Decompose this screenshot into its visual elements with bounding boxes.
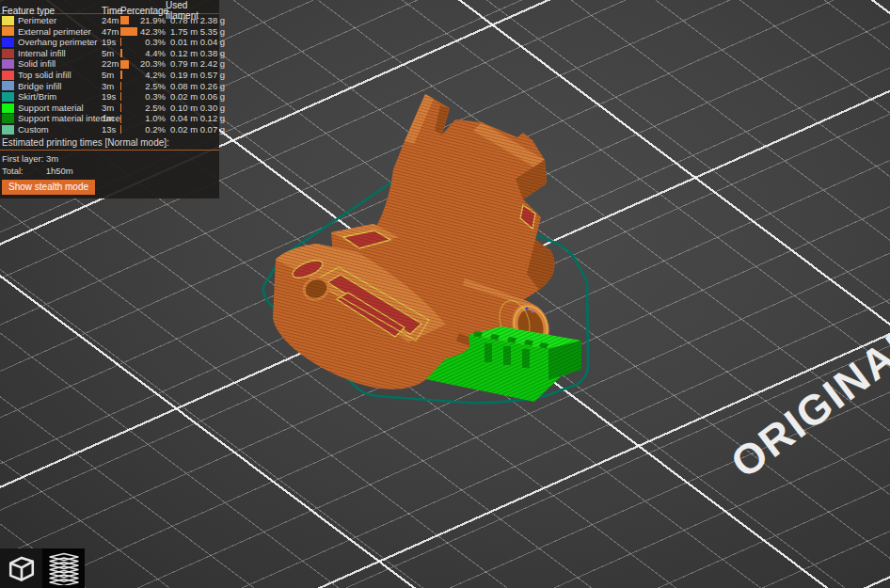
feature-color-swatch bbox=[2, 49, 14, 58]
legend-row: Support material interface 1m 1.0% 0.04 … bbox=[0, 113, 219, 124]
legend-row: Custom 13s 0.2% 0.02 m 0.07 g bbox=[0, 124, 219, 135]
view-layers-button[interactable] bbox=[42, 548, 85, 588]
legend-divider bbox=[0, 150, 219, 151]
total-time: Total:1h50m bbox=[0, 165, 219, 177]
estimated-times-title: Estimated printing times [Normal mode]: bbox=[0, 135, 219, 149]
feature-color-swatch bbox=[2, 59, 14, 69]
percentage-bar bbox=[120, 49, 122, 57]
feature-color-swatch bbox=[2, 26, 14, 36]
percentage-bar bbox=[120, 103, 121, 112]
legend-row: Internal infill 5m 4.4% 0.12 m 0.38 g bbox=[0, 48, 219, 59]
legend-row: Bridge infill 3m 2.5% 0.08 m 0.26 g bbox=[0, 81, 219, 92]
gcode-preview-viewport[interactable]: ORIGINAL Feature type Time Percentage Us… bbox=[0, 0, 890, 588]
percentage-bar bbox=[120, 16, 129, 24]
percentage-bar bbox=[120, 60, 129, 69]
legend-row: Perimeter 24m 21.9% 0.78 m 2.38 g bbox=[0, 15, 219, 26]
feature-color-swatch bbox=[2, 92, 14, 102]
percentage-bar bbox=[120, 71, 122, 79]
feature-color-swatch bbox=[2, 103, 14, 113]
first-layer-time: First layer: 3m bbox=[0, 152, 219, 165]
feature-color-swatch bbox=[2, 81, 14, 90]
feature-color-swatch bbox=[2, 125, 14, 135]
feature-color-swatch bbox=[2, 38, 14, 47]
legend-row: Support material 3m 2.5% 0.10 m 0.30 g bbox=[0, 103, 219, 114]
feature-color-swatch bbox=[2, 114, 14, 123]
legend-row: Skirt/Brim 19s 0.3% 0.02 m 0.06 g bbox=[0, 91, 219, 103]
legend-panel: Feature type Time Percentage Used filame… bbox=[0, 0, 219, 199]
legend-row: Top solid infill 5m 4.2% 0.19 m 0.57 g bbox=[0, 70, 219, 81]
legend-row: Solid infill 22m 20.3% 0.79 m 2.42 g bbox=[0, 58, 219, 70]
show-stealth-mode-button[interactable]: Show stealth mode bbox=[2, 180, 95, 195]
legend-row: Overhang perimeter 19s 0.3% 0.01 m 0.04 … bbox=[0, 37, 219, 48]
feature-color-swatch bbox=[2, 71, 14, 80]
percentage-bar bbox=[120, 82, 121, 90]
feature-color-swatch bbox=[2, 16, 14, 25]
percentage-bar bbox=[120, 27, 137, 36]
view-3d-button[interactable] bbox=[0, 548, 42, 588]
cube-3d-icon bbox=[6, 552, 38, 584]
view-mode-toolbar bbox=[0, 548, 85, 588]
legend-row: External perimeter 47m 42.3% 1.75 m 5.35… bbox=[0, 26, 219, 38]
legend-header: Feature type Time Percentage Used filame… bbox=[0, 0, 219, 14]
layers-stack-icon bbox=[47, 551, 81, 585]
